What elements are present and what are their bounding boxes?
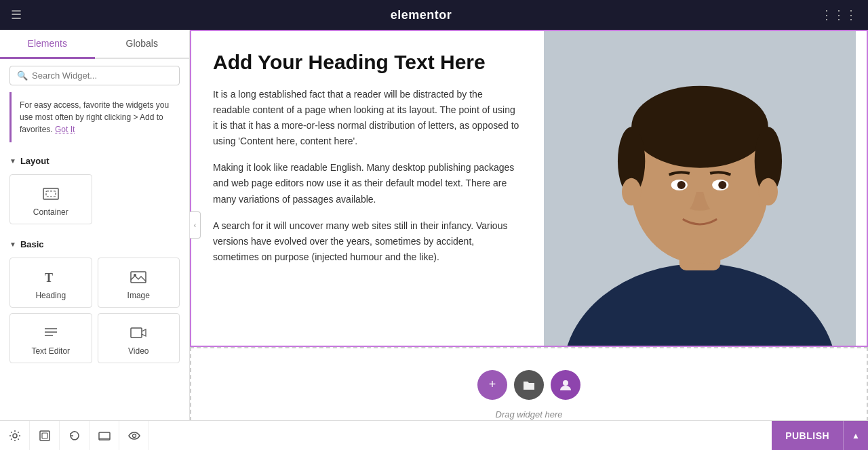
tab-elements[interactable]: Elements [0, 30, 95, 59]
user-icon [559, 378, 572, 392]
tip-text: For easy access, favorite the widgets yo… [20, 100, 169, 134]
bottom-bar: PUBLISH ▲ [0, 420, 868, 450]
svg-rect-25 [40, 431, 50, 441]
content-image [544, 31, 856, 346]
section-layout-label: Layout [20, 156, 50, 166]
section-arrow-basic: ▼ [9, 241, 16, 248]
hamburger-icon[interactable]: ☰ [11, 7, 22, 22]
svg-point-19 [677, 181, 686, 189]
history-icon [68, 430, 81, 442]
svg-point-21 [622, 178, 641, 205]
container-icon [41, 184, 60, 203]
layers-icon [39, 430, 51, 442]
section-arrow-layout: ▼ [9, 157, 16, 165]
content-block-wrapper: + ⋮⋮ ✕ Add Your Heading Text Here It is … [190, 30, 868, 347]
heading-label: Heading [35, 291, 66, 300]
content-text-area: Add Your Heading Text Here It is a long … [191, 31, 544, 346]
got-it-link[interactable]: Got It [55, 125, 75, 134]
person-photo [544, 31, 856, 346]
section-layout[interactable]: ▼ Layout [0, 149, 189, 170]
svg-point-23 [563, 380, 568, 386]
svg-rect-8 [131, 328, 142, 338]
grid-icon[interactable]: ⋮⋮⋮ [821, 7, 857, 22]
responsive-btn[interactable] [90, 421, 119, 451]
widget-video[interactable]: Video [98, 313, 180, 363]
widget-text-editor[interactable]: Text Editor [9, 313, 92, 363]
svg-point-4 [134, 274, 136, 277]
main-layout: Elements Globals 🔍 For easy access, favo… [0, 30, 868, 420]
folder-icon [522, 378, 536, 392]
text-editor-label: Text Editor [31, 346, 70, 356]
content-heading: Add Your Heading Text Here [213, 50, 522, 75]
publish-area: PUBLISH ▲ [772, 421, 868, 451]
svg-rect-0 [43, 188, 58, 199]
drop-zone-buttons: + [477, 370, 580, 400]
tip-box: For easy access, favorite the widgets yo… [9, 92, 180, 142]
settings-icon [9, 430, 21, 442]
svg-point-24 [13, 434, 17, 438]
publish-chevron-btn[interactable]: ▲ [843, 421, 868, 451]
container-label: Container [33, 207, 68, 217]
image-label: Image [127, 291, 150, 300]
drop-zone: + Drag widget here [190, 347, 868, 420]
content-block: Add Your Heading Text Here It is a long … [190, 30, 868, 347]
text-editor-icon [41, 323, 60, 342]
svg-point-14 [631, 86, 768, 168]
search-input-wrap[interactable]: 🔍 [9, 66, 180, 85]
svg-point-20 [718, 181, 726, 189]
history-btn[interactable] [60, 421, 90, 451]
basic-widget-grid: T Heading Image Text Ed [0, 253, 189, 371]
section-basic[interactable]: ▼ Basic [0, 232, 189, 253]
search-input[interactable] [32, 70, 172, 81]
eye-btn[interactable] [119, 421, 149, 451]
svg-point-29 [132, 434, 136, 437]
publish-btn[interactable]: PUBLISH [772, 421, 843, 451]
settings-btn[interactable] [0, 421, 30, 451]
widget-heading[interactable]: T Heading [9, 258, 92, 308]
video-icon [129, 323, 148, 342]
collapse-handle[interactable]: ‹ [190, 211, 201, 239]
svg-rect-1 [46, 191, 56, 197]
search-icon: 🔍 [17, 70, 28, 81]
canvas-area: + ⋮⋮ ✕ Add Your Heading Text Here It is … [190, 30, 868, 420]
folder-btn[interactable] [514, 370, 544, 400]
drop-zone-label: Drag widget here [496, 409, 563, 420]
sidebar-tabs: Elements Globals [0, 30, 189, 59]
add-section-btn[interactable]: + [477, 370, 507, 400]
svg-text:T: T [45, 271, 53, 285]
top-bar: ☰ elementor ⋮⋮⋮ [0, 0, 868, 30]
tab-globals[interactable]: Globals [95, 30, 190, 59]
user-btn[interactable] [551, 370, 580, 400]
widget-image[interactable]: Image [98, 258, 180, 308]
widget-container[interactable]: Container [9, 174, 92, 224]
sidebar: Elements Globals 🔍 For easy access, favo… [0, 30, 190, 420]
content-para-3: A search for it will uncover many web si… [213, 218, 522, 265]
search-box: 🔍 [0, 59, 189, 92]
layout-widget-grid: Container [0, 170, 189, 232]
eye-icon [128, 430, 140, 442]
content-para-2: Making it look like readable English. Ma… [213, 160, 522, 207]
section-basic-label: Basic [20, 239, 44, 249]
app-title: elementor [391, 8, 452, 22]
content-para-1: It is a long established fact that a rea… [213, 87, 522, 149]
layers-btn[interactable] [30, 421, 60, 451]
svg-rect-26 [42, 433, 47, 438]
svg-point-22 [759, 178, 778, 205]
video-label: Video [128, 346, 149, 356]
heading-icon: T [41, 268, 60, 287]
responsive-icon [98, 430, 111, 442]
image-icon [129, 268, 148, 287]
